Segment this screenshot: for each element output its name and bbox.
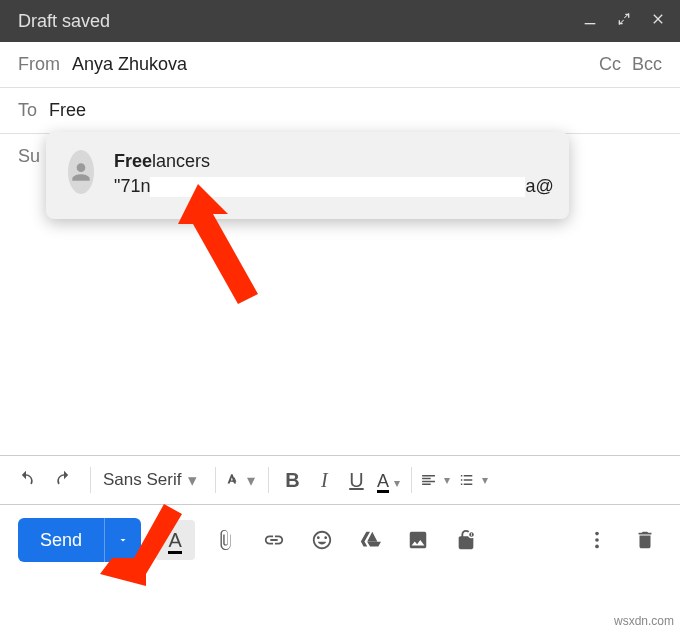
underline-button[interactable]: U [341, 469, 371, 492]
close-icon[interactable] [650, 11, 666, 32]
svg-point-3 [468, 531, 475, 538]
suggestion-email: "71na@ [114, 175, 554, 198]
watermark: wsxdn.com [614, 614, 674, 628]
from-value[interactable]: Anya Zhukova [72, 54, 593, 75]
send-options-button[interactable] [105, 534, 141, 546]
text-color-button[interactable]: A ▾ [373, 469, 403, 492]
window-title: Draft saved [18, 11, 110, 32]
svg-point-6 [595, 545, 599, 549]
cc-button[interactable]: Cc [599, 54, 621, 74]
bold-button[interactable]: B [277, 469, 307, 492]
emoji-icon[interactable] [305, 523, 339, 557]
fullscreen-icon[interactable] [616, 11, 632, 32]
font-picker[interactable]: Sans Serif▾ [99, 470, 207, 491]
confidential-icon[interactable] [449, 523, 483, 557]
trash-icon[interactable] [628, 523, 662, 557]
bcc-button[interactable]: Bcc [632, 54, 662, 74]
list-button[interactable]: ▾ [458, 462, 494, 498]
italic-button[interactable]: I [309, 469, 339, 492]
to-input[interactable]: Free [49, 100, 662, 121]
avatar [68, 150, 94, 194]
redo-button[interactable] [46, 462, 82, 498]
link-icon[interactable] [257, 523, 291, 557]
text-size-button[interactable]: ▾ [224, 462, 260, 498]
from-row: From Anya Zhukova Cc Bcc [0, 42, 680, 88]
attach-icon[interactable] [209, 523, 243, 557]
to-row[interactable]: To Free [0, 88, 680, 134]
svg-rect-0 [585, 23, 596, 24]
send-toolbar: Send A [0, 505, 680, 575]
suggestion-name: Freelancers [114, 150, 554, 173]
svg-point-5 [595, 538, 599, 542]
compose-body[interactable] [0, 179, 680, 455]
contact-suggestion[interactable]: Freelancers "71na@ [46, 132, 569, 219]
image-icon[interactable] [401, 523, 435, 557]
align-button[interactable]: ▾ [420, 462, 456, 498]
to-label: To [18, 100, 37, 121]
send-button[interactable]: Send [18, 518, 141, 562]
compose-header: Draft saved [0, 0, 680, 42]
formatting-toggle-button[interactable]: A [155, 520, 195, 560]
more-icon[interactable] [580, 523, 614, 557]
svg-point-4 [595, 532, 599, 536]
from-label: From [18, 54, 60, 75]
undo-button[interactable] [8, 462, 44, 498]
subject-label: Su [18, 146, 40, 167]
format-toolbar: Sans Serif▾ ▾ B I U A ▾ ▾ ▾ [0, 455, 680, 505]
minimize-icon[interactable] [582, 11, 598, 32]
drive-icon[interactable] [353, 523, 387, 557]
